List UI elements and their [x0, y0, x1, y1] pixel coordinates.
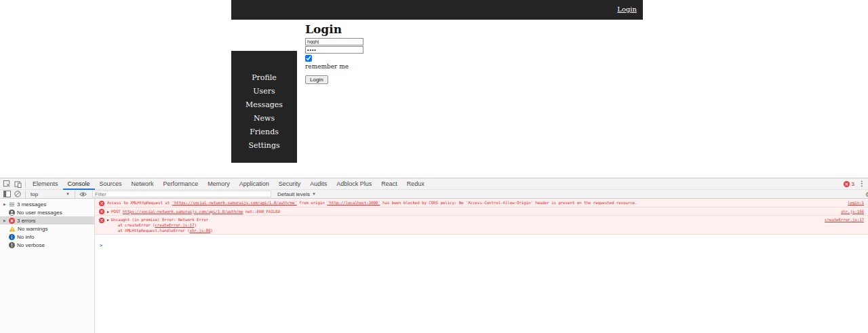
- info-icon: [9, 234, 15, 240]
- tab-sources[interactable]: Sources: [95, 178, 127, 190]
- inspect-element-icon[interactable]: [2, 180, 12, 189]
- error-icon: [99, 209, 104, 214]
- console-messages-pane: Access to XMLHttpRequest at 'https://soc…: [95, 199, 868, 333]
- toolbar-separator: [25, 180, 26, 188]
- error-icon: [99, 218, 104, 223]
- error-count-badge[interactable]: 3: [844, 181, 854, 187]
- remember-me-checkbox[interactable]: [305, 55, 312, 62]
- devtools-menu-icon[interactable]: ⋮: [859, 180, 865, 187]
- tab-adblock-plus[interactable]: Adblock Plus: [332, 178, 376, 190]
- tab-network[interactable]: Network: [127, 178, 159, 190]
- execution-context-selector[interactable]: top ▼: [28, 191, 73, 197]
- console-sidebar-item-warnings[interactable]: No warnings: [0, 224, 94, 233]
- tab-security[interactable]: Security: [274, 178, 306, 190]
- console-sidebar-item-info[interactable]: No info: [0, 233, 94, 241]
- app-sidebar-nav: Profile Users Messages News Friends Sett…: [231, 51, 297, 163]
- source-location-link[interactable]: createError.js:17: [818, 217, 865, 222]
- expand-caret-icon[interactable]: ▶: [3, 218, 7, 222]
- error-line: Uncaught (in promise) Error: Network Err…: [111, 217, 818, 222]
- tab-react[interactable]: React: [376, 178, 402, 190]
- request-url-link[interactable]: 'https://social-network.samuraijs.com/ap…: [172, 200, 297, 205]
- console-error-post-failed: ▶ POST https://social-network.samuraijs.…: [95, 208, 868, 216]
- console-error-uncaught-promise: ▶ Uncaught (in promise) Error: Network E…: [95, 216, 868, 235]
- console-settings-gear-icon[interactable]: ⚙: [865, 191, 868, 198]
- expand-caret-icon[interactable]: ▶: [3, 202, 7, 206]
- sidebar-item-users[interactable]: Users: [253, 85, 275, 98]
- chevron-down-icon: ▼: [312, 192, 316, 196]
- expand-caret-icon[interactable]: ▶: [107, 209, 109, 214]
- username-input[interactable]: [305, 38, 363, 45]
- password-input[interactable]: [305, 46, 363, 54]
- tab-performance[interactable]: Performance: [159, 178, 203, 190]
- error-badge-count: 3: [852, 181, 854, 187]
- source-location-link[interactable]: xhr.js:166: [834, 209, 865, 214]
- eye-live-expression-icon[interactable]: [78, 190, 87, 199]
- tab-memory[interactable]: Memory: [203, 178, 235, 190]
- sidebar-item-messages[interactable]: Messages: [245, 98, 283, 112]
- origin-url-link[interactable]: 'http://localhost:3000': [327, 200, 380, 205]
- console-sidebar-item-user-messages[interactable]: No user messages: [0, 208, 94, 216]
- toolbar-separator: [75, 191, 75, 198]
- verbose-icon: [9, 242, 15, 248]
- app-header: Login: [231, 0, 643, 20]
- login-form: Login remember me Login: [305, 24, 441, 84]
- list-icon: [9, 201, 15, 208]
- login-form-title: Login: [305, 24, 441, 35]
- stack-frame: at XMLHttpRequest.handleError (xhr.js:80…: [111, 228, 818, 233]
- console-sidebar-item-messages[interactable]: ▶ 3 messages: [0, 200, 94, 208]
- error-icon: [99, 201, 104, 206]
- sidebar-item-friends[interactable]: Friends: [250, 125, 279, 139]
- error-message-text: Uncaught (in promise) Error: Network Err…: [111, 217, 818, 233]
- sidebar-item-settings[interactable]: Settings: [248, 139, 279, 153]
- error-message-text: Access to XMLHttpRequest at 'https://soc…: [107, 200, 841, 205]
- warning-icon: [9, 226, 16, 232]
- tab-redux[interactable]: Redux: [402, 178, 429, 190]
- tab-audits[interactable]: Audits: [305, 178, 332, 190]
- device-toolbar-icon[interactable]: [13, 180, 22, 189]
- header-login-link[interactable]: Login: [617, 5, 637, 13]
- expand-caret-icon[interactable]: ▶: [107, 217, 109, 222]
- console-error-cors: Access to XMLHttpRequest at 'https://soc…: [95, 199, 868, 208]
- tab-application[interactable]: Application: [235, 178, 274, 190]
- sidebar-item-profile[interactable]: Profile: [252, 71, 277, 85]
- tab-elements[interactable]: Elements: [28, 178, 63, 190]
- login-submit-button[interactable]: Login: [305, 75, 328, 84]
- error-badge-icon: [844, 181, 850, 187]
- toolbar-separator: [25, 191, 26, 198]
- tab-console[interactable]: Console: [63, 178, 95, 190]
- console-filter-input[interactable]: [92, 191, 271, 197]
- console-sidebar-item-errors[interactable]: ▶ 3 errors: [0, 216, 94, 224]
- stack-source-link[interactable]: createError.js:17: [155, 222, 194, 227]
- source-location-link[interactable]: login:1: [841, 200, 865, 205]
- console-sidebar-item-verbose[interactable]: No verbose: [0, 241, 94, 249]
- console-sidebar-toggle-icon[interactable]: [2, 190, 12, 199]
- error-message-text: POST https://social-network.samuraijs.co…: [111, 209, 834, 214]
- console-toolbar: top ▼ Default levels ▼ ⚙: [0, 190, 868, 199]
- console-sidebar: ▶ 3 messages No user messages ▶ 3 errors: [0, 199, 95, 333]
- sidebar-item-news[interactable]: News: [254, 112, 275, 125]
- chevron-down-icon: ▼: [66, 192, 70, 196]
- clear-console-icon[interactable]: [13, 190, 22, 199]
- console-prompt-chevron-icon: >: [100, 243, 102, 248]
- console-prompt[interactable]: >: [95, 235, 868, 250]
- stack-source-link[interactable]: xhr.js:80: [190, 228, 211, 233]
- log-levels-dropdown[interactable]: Default levels ▼: [277, 191, 316, 197]
- devtools-tab-bar: Elements Console Sources Network Perform…: [0, 178, 868, 190]
- user-icon: [9, 210, 15, 216]
- stack-frame: at createError (createError.js:17): [111, 222, 818, 228]
- devtools-panel: Elements Console Sources Network Perform…: [0, 178, 868, 333]
- error-icon: [9, 218, 15, 224]
- request-url-link[interactable]: https://social-network.samuraijs.com/api…: [123, 209, 243, 214]
- remember-me-label: remember me: [305, 63, 441, 70]
